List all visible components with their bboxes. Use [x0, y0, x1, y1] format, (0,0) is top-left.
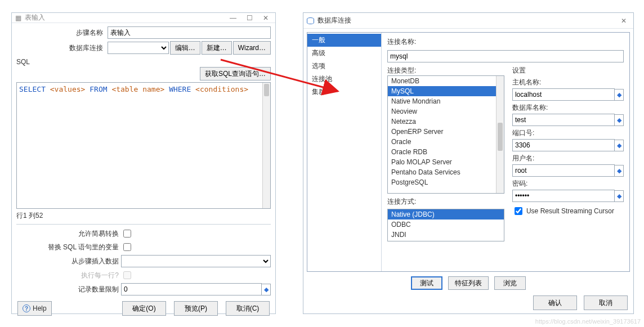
allow-simple-conversion-label: 允许简易转换	[16, 229, 121, 239]
connection-type-item[interactable]: Neoview	[388, 106, 496, 117]
access-item[interactable]: JNDI	[388, 230, 504, 240]
sql-keyword-select: SELECT	[19, 85, 46, 93]
nav-item-4[interactable]: 集群	[307, 86, 381, 98]
variable-picker-icon[interactable]: ◆	[615, 89, 624, 101]
connection-type-item[interactable]: MonetDB	[388, 76, 496, 86]
variable-picker-icon[interactable]: ◆	[615, 140, 624, 151]
database-connection-dialog: 数据库连接 ✕ 一般高级选项连接池集群 连接名称: 连接类型: MonetDBM…	[303, 12, 634, 314]
new-connection-button[interactable]: 新建…	[202, 41, 232, 55]
host-label: 主机名称:	[512, 78, 624, 87]
table-input-dialog: ▦ 表输入 — ☐ ✕ 步骤名称 数据库连接 编辑… 新建… Wizard… S…	[11, 12, 276, 314]
connection-type-item[interactable]: Native Mondrian	[388, 96, 496, 106]
watermark: https://blog.csdn.net/weixin_39173617	[535, 318, 641, 325]
test-button[interactable]: 测试	[411, 276, 442, 290]
connection-type-item[interactable]: Palo MOLAP Server	[388, 157, 496, 167]
titlebar: 数据库连接 ✕	[303, 13, 633, 29]
sql-placeholder-values: <values>	[50, 85, 86, 93]
settings-label: 设置	[512, 66, 624, 75]
connection-type-item[interactable]: Oracle	[388, 137, 496, 147]
db-connection-select[interactable]	[108, 42, 169, 54]
ok-button[interactable]: 确认	[533, 295, 577, 310]
execute-each-row-label: 执行每一行?	[16, 271, 121, 280]
maximize-icon[interactable]: ☐	[247, 14, 253, 22]
help-button[interactable]: ? Help	[17, 301, 52, 316]
scrollbar[interactable]	[262, 83, 270, 208]
user-input[interactable]	[512, 164, 615, 177]
cancel-button[interactable]: 取消(C)	[226, 301, 270, 316]
nav-item-1[interactable]: 高级	[307, 47, 381, 60]
connection-type-list[interactable]: MonetDBMySQLNative MondrianNeoviewNetezz…	[387, 75, 504, 194]
connection-type-item[interactable]: Pentaho Data Services	[388, 167, 496, 177]
divider	[16, 224, 271, 225]
variable-picker-icon[interactable]: ◆	[615, 190, 624, 202]
sql-label: SQL	[16, 58, 271, 66]
execute-each-row-checkbox	[123, 271, 131, 279]
connection-type-item[interactable]: OpenERP Server	[388, 127, 496, 137]
cancel-button[interactable]: 取消	[584, 295, 628, 310]
connection-name-input[interactable]	[387, 50, 624, 62]
connection-type-label: 连接类型:	[387, 66, 504, 75]
close-icon[interactable]: ✕	[621, 17, 627, 25]
variable-picker-icon[interactable]: ◆	[262, 284, 271, 295]
scrollbar[interactable]	[496, 76, 504, 193]
allow-simple-conversion-checkbox[interactable]	[123, 230, 131, 238]
wizard-button[interactable]: Wizard…	[233, 41, 271, 55]
connection-name-label: 连接名称:	[387, 37, 624, 47]
access-item[interactable]: ODBC	[388, 220, 504, 230]
host-input[interactable]	[512, 88, 615, 101]
nav-item-3[interactable]: 连接池	[307, 73, 381, 86]
from-step-select[interactable]	[121, 255, 271, 267]
dbname-label: 数据库名称:	[512, 103, 624, 113]
sql-keyword-where: WHERE	[169, 85, 191, 93]
table-input-icon: ▦	[15, 14, 21, 22]
help-button-label: Help	[33, 304, 47, 312]
get-sql-button[interactable]: 获取SQL查询语句…	[200, 67, 271, 80]
window-title: 数据库连接	[317, 16, 351, 25]
connection-type-item[interactable]: Oracle RDB	[388, 147, 496, 157]
record-limit-label: 记录数量限制	[16, 285, 121, 294]
from-step-label: 从步骤插入数据	[16, 257, 121, 266]
port-input[interactable]	[512, 139, 615, 151]
preview-button[interactable]: 预览(P)	[174, 301, 218, 316]
cursor-position-status: 行1 列52	[16, 211, 271, 221]
access-list[interactable]: Native (JDBC)ODBCJNDI	[387, 209, 504, 241]
category-nav: 一般高级选项连接池集群	[307, 33, 382, 271]
connection-type-item[interactable]: Netezza	[388, 117, 496, 127]
password-label: 密码:	[512, 179, 624, 189]
edit-connection-button[interactable]: 编辑…	[170, 41, 200, 55]
feature-list-button[interactable]: 特征列表	[448, 276, 489, 290]
nav-item-0[interactable]: 一般	[307, 34, 381, 47]
window-title: 表输入	[25, 13, 45, 23]
browse-button[interactable]: 浏览	[494, 276, 526, 290]
sql-placeholder-table: <table name>	[111, 85, 164, 93]
minimize-icon[interactable]: —	[230, 14, 236, 22]
titlebar: ▦ 表输入 — ☐ ✕	[12, 13, 275, 23]
database-icon	[307, 17, 314, 24]
ok-button[interactable]: 确定(O)	[122, 301, 166, 316]
step-name-input[interactable]	[108, 26, 271, 39]
sql-keyword-from: FROM	[90, 85, 107, 93]
password-input[interactable]	[512, 190, 615, 202]
sql-placeholder-conditions: <conditions>	[195, 85, 248, 93]
help-icon: ?	[23, 304, 30, 312]
nav-item-2[interactable]: 选项	[307, 60, 381, 73]
streaming-cursor-checkbox[interactable]	[515, 207, 522, 215]
replace-sql-vars-label: 替换 SQL 语句里的变量	[16, 243, 121, 252]
db-connection-label: 数据库连接	[16, 43, 106, 53]
replace-sql-vars-checkbox[interactable]	[123, 243, 131, 251]
close-icon[interactable]: ✕	[263, 14, 269, 22]
connection-type-item[interactable]: PostgreSQL	[388, 177, 496, 187]
access-label: 连接方式:	[387, 197, 504, 207]
connection-type-item[interactable]: MySQL	[388, 86, 496, 96]
port-label: 端口号:	[512, 128, 624, 138]
variable-picker-icon[interactable]: ◆	[615, 114, 624, 126]
step-name-label: 步骤名称	[16, 28, 106, 38]
sql-textarea[interactable]: SELECT <values> FROM <table name> WHERE …	[16, 82, 271, 209]
variable-picker-icon[interactable]: ◆	[615, 165, 624, 177]
streaming-cursor-label: Use Result Streaming Cursor	[526, 207, 614, 215]
record-limit-input[interactable]	[121, 283, 262, 295]
user-label: 用户名:	[512, 154, 624, 163]
dbname-input[interactable]	[512, 114, 615, 126]
access-item[interactable]: Native (JDBC)	[388, 209, 504, 220]
